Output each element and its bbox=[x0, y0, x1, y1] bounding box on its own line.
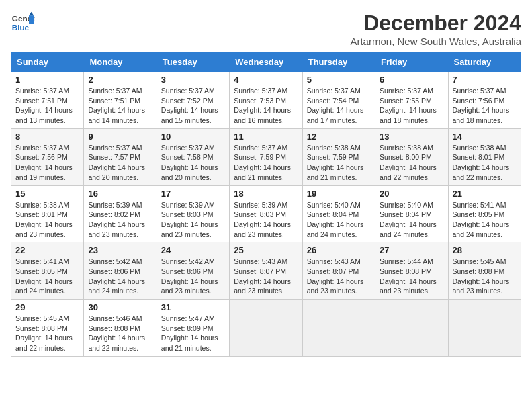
calendar-cell: 19Sunrise: 5:40 AMSunset: 8:04 PMDayligh… bbox=[302, 185, 375, 242]
calendar-cell bbox=[302, 300, 375, 357]
day-detail: Sunrise: 5:39 AMSunset: 8:03 PMDaylight:… bbox=[161, 200, 225, 240]
calendar-cell: 6Sunrise: 5:37 AMSunset: 7:55 PMDaylight… bbox=[375, 72, 448, 129]
day-detail: Sunrise: 5:43 AMSunset: 8:07 PMDaylight:… bbox=[234, 257, 298, 296]
calendar-cell: 12Sunrise: 5:38 AMSunset: 7:59 PMDayligh… bbox=[302, 128, 375, 185]
day-number: 3 bbox=[161, 75, 225, 85]
calendar-week-5: 29Sunrise: 5:45 AMSunset: 8:08 PMDayligh… bbox=[11, 300, 521, 357]
day-detail: Sunrise: 5:39 AMSunset: 8:02 PMDaylight:… bbox=[88, 200, 152, 240]
day-number: 8 bbox=[15, 132, 79, 142]
calendar-cell: 11Sunrise: 5:37 AMSunset: 7:59 PMDayligh… bbox=[230, 128, 302, 185]
weekday-header-wednesday: Wednesday bbox=[230, 53, 302, 72]
calendar-cell: 7Sunrise: 5:37 AMSunset: 7:56 PMDaylight… bbox=[448, 72, 521, 129]
day-number: 23 bbox=[88, 245, 152, 255]
day-number: 16 bbox=[88, 189, 152, 199]
day-detail: Sunrise: 5:37 AMSunset: 7:56 PMDaylight:… bbox=[453, 86, 517, 126]
logo-icon: General Blue bbox=[11, 11, 35, 35]
day-number: 7 bbox=[453, 75, 517, 85]
day-number: 21 bbox=[453, 189, 517, 199]
calendar-cell bbox=[230, 300, 302, 357]
day-number: 12 bbox=[307, 132, 371, 142]
svg-text:Blue: Blue bbox=[12, 23, 30, 32]
weekday-header-sunday: Sunday bbox=[11, 53, 84, 72]
day-detail: Sunrise: 5:43 AMSunset: 8:07 PMDaylight:… bbox=[307, 257, 371, 296]
day-detail: Sunrise: 5:37 AMSunset: 7:51 PMDaylight:… bbox=[88, 86, 152, 126]
day-number: 10 bbox=[161, 132, 225, 142]
day-detail: Sunrise: 5:37 AMSunset: 7:57 PMDaylight:… bbox=[88, 143, 152, 183]
day-detail: Sunrise: 5:37 AMSunset: 7:58 PMDaylight:… bbox=[161, 143, 225, 183]
calendar-week-3: 15Sunrise: 5:38 AMSunset: 8:01 PMDayligh… bbox=[11, 185, 521, 242]
day-detail: Sunrise: 5:37 AMSunset: 7:53 PMDaylight:… bbox=[234, 86, 298, 126]
day-detail: Sunrise: 5:39 AMSunset: 8:03 PMDaylight:… bbox=[234, 200, 298, 240]
day-number: 4 bbox=[234, 75, 298, 85]
day-detail: Sunrise: 5:42 AMSunset: 8:06 PMDaylight:… bbox=[161, 257, 225, 296]
calendar-cell: 18Sunrise: 5:39 AMSunset: 8:03 PMDayligh… bbox=[230, 185, 302, 242]
day-number: 19 bbox=[307, 189, 371, 199]
weekday-header-monday: Monday bbox=[84, 53, 157, 72]
day-detail: Sunrise: 5:42 AMSunset: 8:06 PMDaylight:… bbox=[88, 257, 152, 296]
day-detail: Sunrise: 5:45 AMSunset: 8:08 PMDaylight:… bbox=[453, 257, 517, 296]
day-number: 30 bbox=[88, 302, 152, 312]
calendar-cell: 31Sunrise: 5:47 AMSunset: 8:09 PMDayligh… bbox=[157, 300, 229, 357]
logo: General Blue bbox=[11, 11, 35, 35]
day-number: 5 bbox=[307, 75, 371, 85]
calendar-cell: 15Sunrise: 5:38 AMSunset: 8:01 PMDayligh… bbox=[11, 185, 84, 242]
location-title: Artarmon, New South Wales, Australia bbox=[350, 36, 521, 47]
day-detail: Sunrise: 5:40 AMSunset: 8:04 PMDaylight:… bbox=[307, 200, 371, 240]
day-detail: Sunrise: 5:38 AMSunset: 8:01 PMDaylight:… bbox=[453, 143, 517, 183]
day-number: 28 bbox=[453, 245, 517, 255]
day-number: 24 bbox=[161, 245, 225, 255]
day-number: 14 bbox=[453, 132, 517, 142]
day-detail: Sunrise: 5:37 AMSunset: 7:56 PMDaylight:… bbox=[15, 143, 79, 183]
month-title: December 2024 bbox=[350, 11, 521, 36]
day-number: 17 bbox=[161, 189, 225, 199]
calendar-cell: 9Sunrise: 5:37 AMSunset: 7:57 PMDaylight… bbox=[84, 128, 157, 185]
day-number: 18 bbox=[234, 189, 298, 199]
calendar-table: SundayMondayTuesdayWednesdayThursdayFrid… bbox=[11, 52, 521, 357]
calendar-cell: 23Sunrise: 5:42 AMSunset: 8:06 PMDayligh… bbox=[84, 242, 157, 300]
calendar-cell: 25Sunrise: 5:43 AMSunset: 8:07 PMDayligh… bbox=[230, 242, 302, 300]
day-detail: Sunrise: 5:38 AMSunset: 8:01 PMDaylight:… bbox=[15, 200, 79, 240]
calendar-cell: 26Sunrise: 5:43 AMSunset: 8:07 PMDayligh… bbox=[302, 242, 375, 300]
calendar-cell bbox=[375, 300, 448, 357]
day-detail: Sunrise: 5:41 AMSunset: 8:05 PMDaylight:… bbox=[15, 257, 79, 296]
weekday-header-saturday: Saturday bbox=[448, 53, 521, 72]
calendar-cell: 17Sunrise: 5:39 AMSunset: 8:03 PMDayligh… bbox=[157, 185, 229, 242]
day-number: 29 bbox=[15, 302, 79, 312]
day-detail: Sunrise: 5:38 AMSunset: 8:00 PMDaylight:… bbox=[380, 143, 443, 183]
header-row: SundayMondayTuesdayWednesdayThursdayFrid… bbox=[11, 53, 521, 72]
day-number: 2 bbox=[88, 75, 152, 85]
calendar-cell: 24Sunrise: 5:42 AMSunset: 8:06 PMDayligh… bbox=[157, 242, 229, 300]
calendar-cell: 1Sunrise: 5:37 AMSunset: 7:51 PMDaylight… bbox=[11, 72, 84, 129]
svg-marker-2 bbox=[29, 15, 34, 24]
day-number: 31 bbox=[161, 302, 225, 312]
calendar-cell: 13Sunrise: 5:38 AMSunset: 8:00 PMDayligh… bbox=[375, 128, 448, 185]
day-number: 27 bbox=[380, 245, 443, 255]
day-number: 25 bbox=[234, 245, 298, 255]
day-detail: Sunrise: 5:38 AMSunset: 7:59 PMDaylight:… bbox=[307, 143, 371, 183]
calendar-cell: 16Sunrise: 5:39 AMSunset: 8:02 PMDayligh… bbox=[84, 185, 157, 242]
weekday-header-thursday: Thursday bbox=[302, 53, 375, 72]
day-detail: Sunrise: 5:41 AMSunset: 8:05 PMDaylight:… bbox=[453, 200, 517, 240]
day-detail: Sunrise: 5:37 AMSunset: 7:51 PMDaylight:… bbox=[15, 86, 79, 126]
calendar-cell bbox=[448, 300, 521, 357]
day-detail: Sunrise: 5:37 AMSunset: 7:52 PMDaylight:… bbox=[161, 86, 225, 126]
day-detail: Sunrise: 5:40 AMSunset: 8:04 PMDaylight:… bbox=[380, 200, 443, 240]
calendar-cell: 3Sunrise: 5:37 AMSunset: 7:52 PMDaylight… bbox=[157, 72, 229, 129]
calendar-cell: 8Sunrise: 5:37 AMSunset: 7:56 PMDaylight… bbox=[11, 128, 84, 185]
calendar-week-1: 1Sunrise: 5:37 AMSunset: 7:51 PMDaylight… bbox=[11, 72, 521, 129]
calendar-cell: 2Sunrise: 5:37 AMSunset: 7:51 PMDaylight… bbox=[84, 72, 157, 129]
calendar-cell: 28Sunrise: 5:45 AMSunset: 8:08 PMDayligh… bbox=[448, 242, 521, 300]
day-detail: Sunrise: 5:37 AMSunset: 7:54 PMDaylight:… bbox=[307, 86, 371, 126]
day-number: 26 bbox=[307, 245, 371, 255]
calendar-cell: 27Sunrise: 5:44 AMSunset: 8:08 PMDayligh… bbox=[375, 242, 448, 300]
day-number: 20 bbox=[380, 189, 443, 199]
calendar-cell: 29Sunrise: 5:45 AMSunset: 8:08 PMDayligh… bbox=[11, 300, 84, 357]
day-detail: Sunrise: 5:44 AMSunset: 8:08 PMDaylight:… bbox=[380, 257, 443, 296]
day-number: 22 bbox=[15, 245, 79, 255]
weekday-header-tuesday: Tuesday bbox=[157, 53, 229, 72]
calendar-cell: 22Sunrise: 5:41 AMSunset: 8:05 PMDayligh… bbox=[11, 242, 84, 300]
weekday-header-friday: Friday bbox=[375, 53, 448, 72]
day-detail: Sunrise: 5:47 AMSunset: 8:09 PMDaylight:… bbox=[161, 314, 225, 353]
day-number: 1 bbox=[15, 75, 79, 85]
calendar-week-4: 22Sunrise: 5:41 AMSunset: 8:05 PMDayligh… bbox=[11, 242, 521, 300]
